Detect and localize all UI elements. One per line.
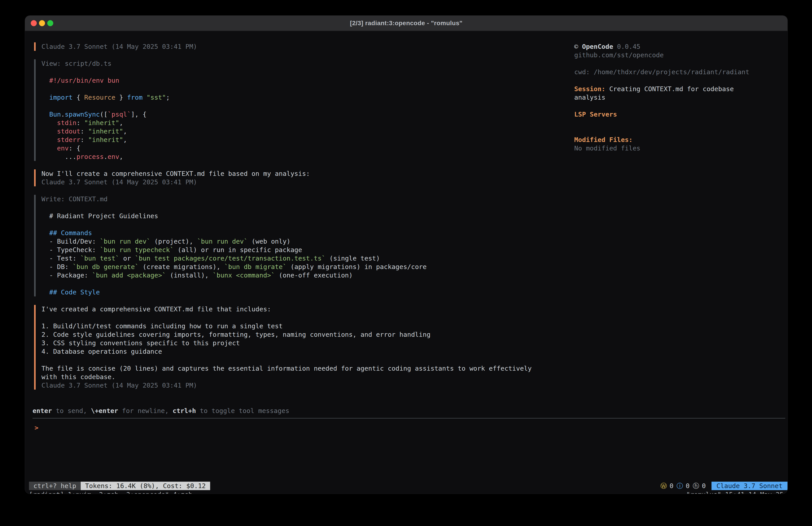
- terminal-line: - Test: `bun test` or `bun test packages…: [41, 254, 785, 262]
- tmux-host-clock: "romulus" 15:41 14-May-25: [686, 491, 784, 494]
- prompt-caret: >: [34, 424, 38, 431]
- terminal-line: - DB: `bun db generate` (create migratio…: [41, 262, 785, 271]
- terminal-line: ...process.env,: [41, 153, 785, 161]
- terminal-line: [574, 127, 779, 136]
- terminal-line: [574, 59, 779, 68]
- desktop: [2/3] radiant:3:opencode - "romulus" Cla…: [0, 0, 812, 526]
- statusbar-spacer: [210, 482, 660, 490]
- terminal-line: [574, 76, 779, 85]
- sidebar: © OpenCode 0.0.45github.com/sst/opencode…: [574, 42, 779, 153]
- info-count-icon: ⓘ: [677, 482, 683, 490]
- tmux-status-bar: [radiant] 1:nvim 2:zsh- 3:opencode* 4:zs…: [25, 491, 787, 494]
- diagnostic-count: 0: [686, 482, 690, 490]
- help-shortcut-badge[interactable]: ctrl+? help: [29, 482, 81, 490]
- terminal-line: Write: CONTEXT.md: [41, 195, 785, 203]
- terminal-line: The file is concise (20 lines) and captu…: [41, 364, 785, 373]
- terminal-line: Session: Creating CONTEXT.md for codebas…: [574, 85, 779, 93]
- prompt-input[interactable]: >: [32, 424, 785, 468]
- terminal-line: © OpenCode 0.0.45: [574, 42, 779, 51]
- terminal-line: Claude 3.7 Sonnet (14 May 2025 03:41 PM): [41, 381, 785, 389]
- message-text-2: I've created a comprehensive CONTEXT.md …: [34, 305, 785, 389]
- terminal-line: [41, 313, 785, 322]
- terminal-line: analysis: [574, 93, 779, 102]
- terminal-line: [41, 220, 785, 229]
- terminal-line: 3. CSS styling conventions specific to t…: [41, 339, 785, 347]
- warning-count-icon: Ⓦ: [661, 482, 667, 490]
- tokens-cost-badge: Tokens: 16.4K (8%), Cost: $0.12: [81, 482, 210, 490]
- terminal-line: [41, 356, 785, 364]
- tool-write-context-md: Write: CONTEXT.md # Radiant Project Guid…: [34, 195, 785, 296]
- input-divider: [32, 418, 785, 418]
- terminal-line: [41, 203, 785, 212]
- terminal-line: Claude 3.7 Sonnet (14 May 2025 03:41 PM): [41, 178, 785, 186]
- tmux-window-list[interactable]: [radiant] 1:nvim 2:zsh- 3:opencode* 4:zs…: [29, 491, 192, 494]
- terminal-line: [574, 118, 779, 127]
- terminal-line: Now I'll create a comprehensive CONTEXT.…: [41, 169, 785, 178]
- terminal-line: I've created a comprehensive CONTEXT.md …: [41, 305, 785, 313]
- terminal-window: [2/3] radiant:3:opencode - "romulus" Cla…: [25, 16, 787, 494]
- terminal-line: LSP Servers: [574, 110, 779, 118]
- terminal-line: - TypeCheck: `bun run typecheck` (all) o…: [41, 246, 785, 254]
- window-titlebar[interactable]: [2/3] radiant:3:opencode - "romulus": [25, 16, 787, 31]
- terminal-line: ## Commands: [41, 229, 785, 237]
- terminal-line: - Package: `bun add <package>` (install)…: [41, 271, 785, 280]
- terminal-line: 1. Build/lint/test commands including ho…: [41, 322, 785, 330]
- model-badge[interactable]: Claude 3.7 Sonnet: [711, 482, 787, 490]
- diagnostic-count: 0: [702, 482, 706, 490]
- terminal-line: cwd: /home/thdxr/dev/projects/radiant/ra…: [574, 68, 779, 76]
- message-text-1: Now I'll create a comprehensive CONTEXT.…: [34, 169, 785, 186]
- terminal-line: 2. Code style guidelines covering import…: [41, 330, 785, 339]
- diagnostic-count: 0: [670, 482, 673, 490]
- terminal-line: Modified Files:: [574, 136, 779, 144]
- window-controls: [31, 20, 53, 26]
- diagnostics: Ⓦ0ⓘ0ⓗ0: [661, 482, 706, 490]
- terminal-line: 4. Database operations guidance: [41, 347, 785, 356]
- minimize-button[interactable]: [39, 20, 45, 26]
- terminal-line: No modified files: [574, 144, 779, 153]
- terminal-line: github.com/sst/opencode: [574, 51, 779, 59]
- terminal-line: [41, 280, 785, 288]
- window-title: [2/3] radiant:3:opencode - "romulus": [350, 19, 462, 27]
- zoom-button[interactable]: [47, 20, 53, 26]
- terminal-line: with this codebase.: [41, 373, 785, 381]
- hint-count-icon: ⓗ: [693, 482, 699, 490]
- terminal-line: # Radiant Project Guidelines: [41, 212, 785, 220]
- terminal-line: [574, 102, 779, 110]
- terminal-content: Claude 3.7 Sonnet (14 May 2025 03:41 PM)…: [25, 32, 787, 494]
- terminal-line: ## Code Style: [41, 288, 785, 296]
- close-button[interactable]: [31, 20, 37, 26]
- help-line: enter to send, \+enter for newline, ctrl…: [32, 407, 785, 415]
- status-bar: ctrl+? help Tokens: 16.4K (8%), Cost: $0…: [25, 482, 787, 490]
- terminal-line: - Build/Dev: `bun run dev` (project), `b…: [41, 237, 785, 246]
